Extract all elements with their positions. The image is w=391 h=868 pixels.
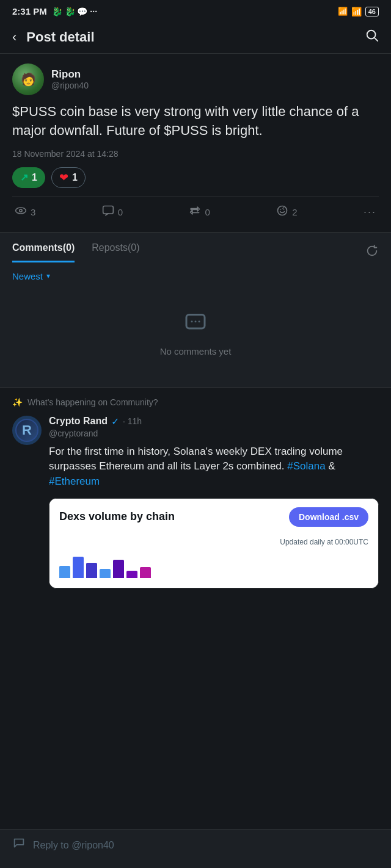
tabs-left: Comments(0) Reposts(0)	[12, 242, 139, 262]
svg-rect-4	[103, 206, 113, 214]
hashtag-ethereum[interactable]: #Ethereum	[49, 476, 100, 487]
chart-header: Dexs volume by chain Download .csv	[49, 499, 378, 535]
reposts-count: 0	[205, 207, 210, 217]
emoji-stat[interactable]: 2	[276, 204, 297, 220]
svg-line-1	[375, 38, 378, 41]
post-text: $PUSS coin base is very strong with very…	[12, 103, 379, 140]
post-timestamp: 18 November 2024 at 14:28	[12, 149, 379, 159]
chart-bar	[86, 563, 97, 578]
svg-point-7	[280, 209, 282, 210]
views-stat[interactable]: 3	[15, 204, 35, 220]
svg-point-8	[283, 209, 285, 210]
views-count: 3	[31, 207, 35, 217]
svg-point-2	[16, 208, 26, 214]
comments-count: 0	[118, 207, 123, 217]
reposts-stat[interactable]: 0	[189, 204, 210, 220]
community-author-name: Crypto Rand	[49, 416, 108, 427]
author-handle: @ripon40	[51, 81, 89, 90]
chart-card[interactable]: Dexs volume by chain Download .csv Updat…	[49, 498, 379, 588]
post-container: 🧑 Ripon @ripon40 $PUSS coin base is very…	[0, 54, 391, 233]
community-author-avatar[interactable]: R	[12, 416, 42, 445]
community-avatar-logo: R	[15, 419, 38, 442]
page-title: Post detail	[26, 29, 94, 45]
chart-bar	[100, 569, 111, 578]
reactions-row: ↗ 1 ❤ 1	[12, 167, 379, 188]
avatar-image: 🧑	[12, 63, 44, 95]
sort-label: Newest	[12, 271, 43, 281]
emoji-icon	[276, 204, 288, 220]
header-left: ‹ Post detail	[12, 29, 95, 45]
community-post-time: · 11h	[123, 416, 142, 426]
signal-icon: 📶	[338, 7, 348, 16]
community-header-text: What's happening on Community?	[27, 397, 158, 407]
no-comments-icon	[185, 312, 206, 339]
stats-row: 3 0 0	[12, 197, 379, 222]
wifi-icon: 📶	[351, 7, 362, 16]
views-icon	[15, 204, 27, 220]
author-row: 🧑 Ripon @ripon40	[12, 63, 379, 95]
heart-icon: ❤	[59, 171, 68, 184]
author-avatar[interactable]: 🧑	[12, 63, 44, 95]
reply-input-placeholder[interactable]: Reply to @ripon40	[33, 840, 379, 851]
comments-icon	[102, 204, 114, 220]
community-section: ✨ What's happening on Community? R Crypt…	[0, 388, 391, 598]
heart-count: 1	[72, 172, 78, 183]
community-post: R Crypto Rand ✓ · 11h @cryptorand For th…	[12, 416, 379, 588]
chart-updated-text: Updated daily at 00:00UTC	[49, 535, 378, 551]
svg-point-3	[20, 209, 22, 212]
chevron-down-icon: ▾	[46, 272, 50, 280]
no-comments-text: No comments yet	[160, 346, 232, 356]
trend-arrow-icon: ↗	[20, 172, 28, 183]
search-button[interactable]	[365, 29, 379, 46]
status-icons: 🐉 🐉 💬 ···	[52, 7, 97, 16]
refresh-button[interactable]	[365, 244, 379, 261]
heart-reaction[interactable]: ❤ 1	[51, 167, 86, 188]
trend-reaction[interactable]: ↗ 1	[12, 167, 45, 188]
verified-badge-icon: ✓	[111, 416, 119, 427]
hashtag-solana[interactable]: #Solana	[287, 460, 325, 472]
author-info: Ripon @ripon40	[51, 68, 89, 90]
trend-count: 1	[32, 172, 37, 183]
reply-icon	[12, 837, 26, 853]
more-options[interactable]: ···	[364, 206, 376, 219]
no-comments-area: No comments yet	[0, 288, 391, 387]
page-header: ‹ Post detail	[0, 21, 391, 54]
comments-stat[interactable]: 0	[102, 204, 123, 220]
chart-title: Dexs volume by chain	[59, 510, 175, 523]
status-time-area: 2:31 PM 🐉 🐉 💬 ···	[12, 6, 97, 16]
sort-dropdown[interactable]: Newest ▾	[0, 262, 391, 288]
chart-bar	[126, 571, 137, 578]
community-header: ✨ What's happening on Community?	[12, 397, 379, 407]
community-content: Crypto Rand ✓ · 11h @cryptorand For the …	[49, 416, 379, 588]
svg-point-11	[195, 320, 197, 322]
svg-point-12	[199, 320, 200, 322]
battery-badge: 46	[365, 7, 379, 16]
time-display: 2:31 PM	[12, 6, 47, 16]
community-author-handle: @cryptorand	[49, 429, 379, 438]
chart-bar	[140, 567, 151, 578]
avatar-letter: R	[22, 422, 32, 438]
download-csv-button[interactable]: Download .csv	[289, 507, 368, 527]
svg-point-10	[191, 320, 193, 322]
chart-bar	[59, 566, 70, 578]
tab-comments[interactable]: Comments(0)	[12, 242, 75, 262]
status-bar: 2:31 PM 🐉 🐉 💬 ··· 📶 📶 46	[0, 0, 391, 21]
chart-bar	[113, 560, 124, 578]
comments-tabs: Comments(0) Reposts(0)	[0, 233, 391, 262]
reply-bar: Reply to @ripon40	[0, 829, 391, 868]
chart-bars-area	[49, 551, 378, 588]
community-header-icon: ✨	[12, 397, 23, 407]
svg-point-6	[278, 206, 287, 215]
author-name: Ripon	[51, 68, 89, 81]
community-author-row: Crypto Rand ✓ · 11h	[49, 416, 379, 427]
comments-section: Comments(0) Reposts(0) Newest ▾ No comme…	[0, 233, 391, 388]
emoji-count: 2	[292, 207, 297, 217]
back-button[interactable]: ‹	[12, 29, 16, 45]
tab-reposts[interactable]: Reposts(0)	[92, 242, 139, 262]
spacer	[0, 598, 391, 653]
community-post-text: For the first time in history, Solana's …	[49, 444, 379, 490]
chart-bar	[73, 557, 84, 578]
status-right: 📶 📶 46	[338, 7, 379, 16]
repost-icon	[189, 204, 201, 220]
